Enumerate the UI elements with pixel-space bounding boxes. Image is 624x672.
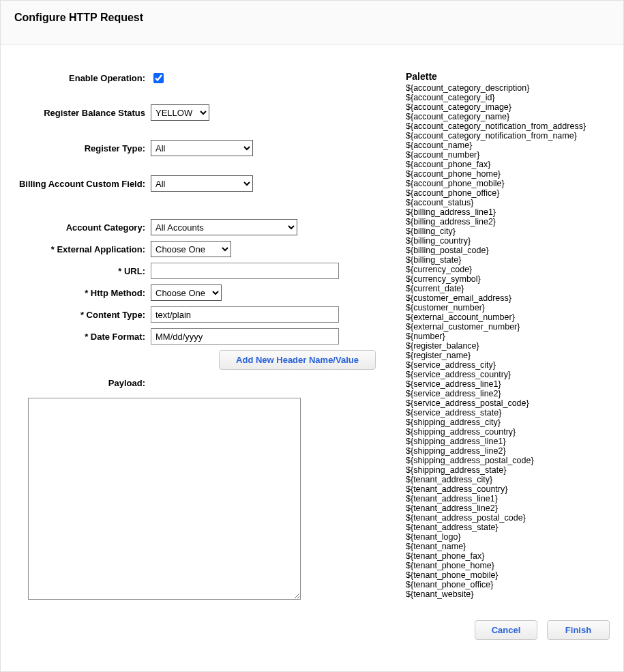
palette-item[interactable]: ${tenant_logo}: [406, 532, 610, 542]
register-type-label: Register Type:: [14, 143, 151, 154]
palette-item[interactable]: ${number}: [406, 332, 610, 341]
dialog-header: Configure HTTP Request: [1, 0, 623, 45]
palette-item[interactable]: ${shipping_address_line2}: [406, 446, 610, 456]
palette-item[interactable]: ${tenant_address_country}: [406, 484, 610, 494]
palette-item[interactable]: ${service_address_line1}: [406, 379, 610, 389]
palette-item[interactable]: ${tenant_phone_home}: [406, 561, 610, 570]
palette-item[interactable]: ${account_category_notification_from_nam…: [406, 131, 610, 141]
palette-item[interactable]: ${billing_postal_code}: [406, 246, 610, 255]
palette-item[interactable]: ${shipping_address_city}: [406, 418, 610, 427]
palette-item[interactable]: ${shipping_address_postal_code}: [406, 456, 610, 465]
date-format-input[interactable]: [151, 328, 339, 345]
palette-item[interactable]: ${billing_country}: [406, 236, 610, 246]
footer-buttons: Cancel Finish: [475, 620, 610, 640]
palette-item[interactable]: ${external_account_number}: [406, 312, 610, 322]
page-title: Configure HTTP Request: [14, 12, 610, 24]
payload-label: Payload:: [14, 377, 151, 388]
palette-item[interactable]: ${register_name}: [406, 351, 610, 360]
palette-item[interactable]: ${account_category_image}: [406, 102, 610, 112]
register-balance-status-label: Register Balance Status: [14, 108, 151, 118]
palette-item[interactable]: ${shipping_address_line1}: [406, 437, 610, 446]
palette-item[interactable]: ${service_address_country}: [406, 370, 610, 379]
palette-item[interactable]: ${tenant_address_line1}: [406, 494, 610, 503]
palette-item[interactable]: ${account_phone_mobile}: [406, 179, 610, 188]
palette-item[interactable]: ${account_category_id}: [406, 93, 610, 102]
palette-item[interactable]: ${tenant_address_postal_code}: [406, 513, 610, 523]
palette-item[interactable]: ${billing_address_line1}: [406, 207, 610, 217]
palette-item[interactable]: ${register_balance}: [406, 341, 610, 351]
palette-item[interactable]: ${account_category_description}: [406, 83, 610, 93]
palette-item[interactable]: ${tenant_address_city}: [406, 475, 610, 484]
url-input[interactable]: [151, 263, 339, 279]
palette-item[interactable]: ${account_number}: [406, 150, 610, 160]
content-type-label: * Content Type:: [14, 310, 151, 320]
billing-account-custom-field-select[interactable]: All: [151, 175, 253, 192]
palette-item[interactable]: ${tenant_phone_fax}: [406, 551, 610, 561]
account-category-label: Account Category:: [14, 222, 151, 233]
palette-item[interactable]: ${external_customer_number}: [406, 322, 610, 332]
cancel-button[interactable]: Cancel: [475, 620, 537, 640]
form-column: Enable Operation: Register Balance Statu…: [14, 46, 396, 602]
palette-item[interactable]: ${account_name}: [406, 141, 610, 150]
palette-item[interactable]: ${tenant_address_line2}: [406, 503, 610, 513]
palette-item[interactable]: ${shipping_address_country}: [406, 427, 610, 437]
account-category-select[interactable]: All Accounts: [151, 219, 297, 235]
finish-button[interactable]: Finish: [547, 620, 610, 640]
external-application-label: * External Application:: [14, 244, 151, 254]
payload-textarea[interactable]: [28, 398, 301, 600]
palette-item[interactable]: ${account_category_name}: [406, 112, 610, 121]
palette-list: ${account_category_description}${account…: [406, 83, 610, 599]
palette-item[interactable]: ${billing_city}: [406, 227, 610, 236]
register-balance-status-select[interactable]: YELLOW: [151, 104, 209, 121]
enable-operation-label: Enable Operation:: [14, 73, 151, 83]
palette-item[interactable]: ${account_phone_fax}: [406, 160, 610, 169]
palette-item[interactable]: ${shipping_address_state}: [406, 465, 610, 475]
palette-title: Palette: [406, 71, 610, 82]
palette-item[interactable]: ${tenant_name}: [406, 542, 610, 551]
palette-item[interactable]: ${account_phone_home}: [406, 169, 610, 179]
content-type-input[interactable]: [151, 306, 339, 323]
palette-item[interactable]: ${customer_email_address}: [406, 293, 610, 303]
palette-item[interactable]: ${current_date}: [406, 284, 610, 293]
palette-item[interactable]: ${service_address_state}: [406, 408, 610, 418]
http-method-select[interactable]: Choose One: [151, 284, 222, 301]
url-label: * URL:: [14, 266, 151, 276]
palette-item[interactable]: ${service_address_line2}: [406, 389, 610, 398]
palette-item[interactable]: ${tenant_phone_mobile}: [406, 570, 610, 580]
palette-item[interactable]: ${billing_state}: [406, 255, 610, 265]
palette-item[interactable]: ${currency_symbol}: [406, 274, 610, 284]
page-container: Configure HTTP Request Enable Operation:…: [0, 0, 624, 672]
date-format-label: * Date Format:: [14, 332, 151, 342]
palette-item[interactable]: ${account_status}: [406, 198, 610, 207]
palette-item[interactable]: ${tenant_website}: [406, 589, 610, 599]
external-application-select[interactable]: Choose One: [151, 241, 231, 257]
register-type-select[interactable]: All: [151, 140, 253, 156]
palette-column: Palette ${account_category_description}$…: [396, 46, 610, 602]
palette-item[interactable]: ${service_address_city}: [406, 360, 610, 370]
palette-item[interactable]: ${currency_code}: [406, 265, 610, 274]
palette-item[interactable]: ${service_address_postal_code}: [406, 398, 610, 408]
palette-item[interactable]: ${billing_address_line2}: [406, 217, 610, 227]
palette-item[interactable]: ${account_phone_office}: [406, 188, 610, 198]
palette-item[interactable]: ${account_category_notification_from_add…: [406, 121, 610, 131]
billing-account-custom-field-label: Billing Account Custom Field:: [14, 179, 151, 189]
palette-item[interactable]: ${tenant_address_state}: [406, 523, 610, 532]
enable-operation-checkbox[interactable]: [153, 73, 164, 83]
http-method-label: * Http Method:: [14, 288, 151, 298]
palette-item[interactable]: ${customer_number}: [406, 303, 610, 312]
palette-item[interactable]: ${tenant_phone_office}: [406, 580, 610, 589]
add-header-button[interactable]: Add New Header Name/Value: [219, 350, 376, 370]
dialog-body: Enable Operation: Register Balance Statu…: [1, 45, 623, 609]
